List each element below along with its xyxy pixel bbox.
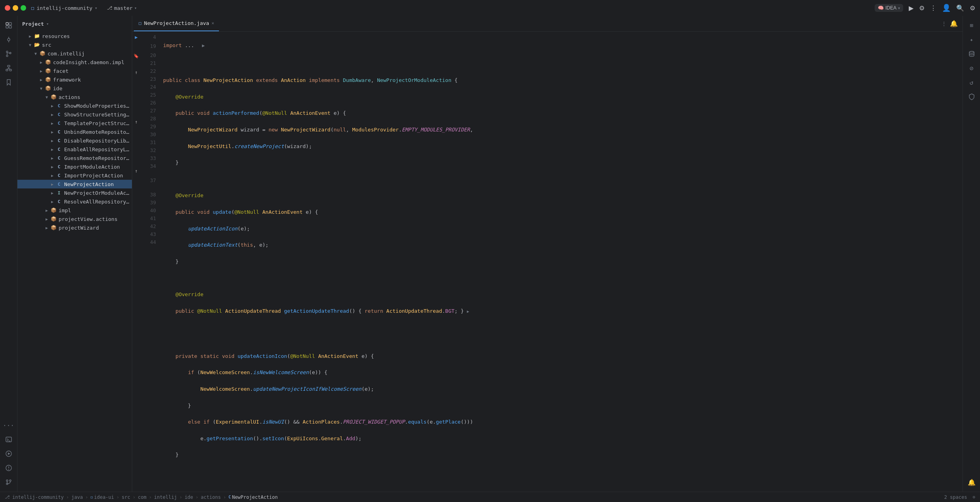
expand-actions-icon[interactable]: ▼ (44, 94, 50, 100)
expand-showstructure-icon[interactable]: ▶ (49, 111, 55, 118)
tree-item-projectview[interactable]: ▶ 📦 projectView.actions (17, 215, 132, 223)
class-icon: C (55, 120, 63, 127)
commit-icon[interactable] (2, 33, 15, 46)
problems-icon[interactable] (2, 462, 15, 474)
tree-item-framework[interactable]: ▶ 📦 framework (17, 75, 132, 84)
gutter-collapse-4[interactable]: ▶ (135, 33, 137, 42)
tree-item-importproject[interactable]: ▶ C ImportProjectAction (17, 171, 132, 180)
minimize-button[interactable] (13, 5, 18, 11)
expand-unbind-icon[interactable]: ▶ (49, 129, 55, 135)
structure-icon[interactable] (2, 62, 15, 74)
branch-selector[interactable]: ⎇ master ▾ (107, 5, 137, 11)
code-body[interactable]: import ... ▶ public class NewProjectActi… (160, 32, 959, 492)
project-selector[interactable]: ◻ intellij-community ▾ (31, 5, 97, 11)
search-button[interactable]: 🔍 (956, 4, 964, 12)
close-button[interactable] (5, 5, 10, 11)
expand-template-icon[interactable]: ▶ (49, 120, 55, 126)
gutter-override-34[interactable]: ↑ (135, 167, 137, 175)
tree-item-enable[interactable]: ▶ C EnableAllRepositoryLibraries (17, 145, 132, 154)
tree-item-unbind[interactable]: ▶ C UnbindRemoteRepositoryFor... (17, 127, 132, 136)
sidebar-tree: ▶ 📁 resources ▼ 📂 src ▼ 📦 com.intellij (17, 32, 132, 492)
scroll-indicator[interactable] (959, 32, 963, 492)
idea-button[interactable]: 🧠 IDEA ▾ (875, 4, 903, 12)
bookmarks-icon[interactable] (2, 76, 15, 89)
more-button[interactable]: ⋮ (930, 4, 936, 12)
expand-src-icon[interactable]: ▼ (27, 42, 33, 48)
expand-framework-icon[interactable]: ▶ (38, 76, 44, 83)
tree-item-projectwizard[interactable]: ▶ 📦 projectWizard (17, 223, 132, 232)
undo-icon[interactable]: ↺ (965, 76, 978, 89)
tab-close-icon[interactable]: ✕ (211, 21, 214, 26)
expand-projectwizard-icon[interactable]: ▶ (44, 224, 50, 231)
svg-rect-2 (6, 26, 8, 28)
settings-button[interactable]: ⚙ (919, 4, 925, 12)
expand-newproject-icon[interactable]: ▶ (49, 181, 55, 187)
expand-enable-icon[interactable]: ▶ (49, 146, 55, 152)
run-console-icon[interactable] (2, 447, 15, 460)
gutter-override-28[interactable]: ↑ (135, 118, 137, 126)
collapse-right-icon[interactable]: ⊞ (965, 19, 978, 32)
tree-item-com-intellij[interactable]: ▼ 📦 com.intellij (17, 49, 132, 58)
git-branches-icon[interactable] (2, 48, 15, 60)
expand-disable-icon[interactable]: ▶ (49, 137, 55, 144)
database-icon[interactable] (965, 48, 978, 60)
tree-item-ide[interactable]: ▼ 📦 ide (17, 84, 132, 93)
ai-assistant-icon[interactable]: ✦ (965, 33, 978, 46)
tree-item-codeinsight[interactable]: ▶ 📦 codeInsight.daemon.impl (17, 58, 132, 67)
tree-item-guess[interactable]: ▶ C GuessRemoteRepositoryForE... (17, 154, 132, 162)
preferences-button[interactable]: ⚙ (970, 4, 975, 12)
class2-icon: C (55, 154, 63, 162)
expand-newprojectmodule-icon[interactable]: ▶ (49, 190, 55, 196)
expand-importproject-icon[interactable]: ▶ (49, 172, 55, 179)
project-view-icon[interactable] (2, 19, 15, 32)
expand-codeinsight-icon[interactable]: ▶ (38, 59, 44, 65)
sidebar-header[interactable]: Project ▾ (17, 16, 132, 32)
tree-item-importmodule[interactable]: ▶ C ImportModuleAction (17, 162, 132, 171)
tab-more-icon[interactable]: ⋮ (941, 21, 947, 27)
tab-newprojectaction[interactable]: ◻ NewProjectAction.java ✕ (134, 16, 219, 31)
terminal-icon[interactable] (2, 433, 15, 446)
notification-tab-icon[interactable]: 🔔 (950, 20, 958, 27)
tree-item-template[interactable]: ▶ C TemplateProjectStructureAc... (17, 119, 132, 127)
tree-item-src[interactable]: ▼ 📂 src (17, 40, 132, 49)
notification-icon[interactable]: 🔔 (965, 476, 978, 489)
tree-item-facet[interactable]: ▶ 📦 facet (17, 67, 132, 75)
expand-projectview-icon[interactable]: ▶ (44, 216, 50, 222)
tree-item-disable[interactable]: ▶ C DisableRepositoryLibrariesSh... (17, 136, 132, 145)
tree-item-actions[interactable]: ▼ 📦 actions (17, 93, 132, 101)
tree-item-showmodule[interactable]: ▶ C ShowModulePropertiesActio... (17, 101, 132, 110)
tree-item-resolve[interactable]: ▶ C ResolveAllRepositoryLibrarie... (17, 197, 132, 206)
spaces-indicator[interactable]: 2 spaces (944, 494, 967, 500)
tree-item-impl[interactable]: ▶ 📦 impl (17, 206, 132, 215)
expand-showmodule-icon[interactable]: ▶ (49, 103, 55, 109)
tree-item-showstructure[interactable]: ▶ C ShowStructureSettingsActio... (17, 110, 132, 119)
svg-rect-12 (10, 69, 11, 71)
main-layout: ··· Project ▾ ▶ 📁 resources (0, 16, 980, 492)
git-icon-left[interactable] (2, 476, 15, 489)
expand-importmodule-icon[interactable]: ▶ (49, 164, 55, 170)
expand-resources-icon[interactable]: ▶ (27, 33, 33, 39)
line-fold-icon[interactable]: ▶ (467, 309, 469, 314)
breadcrumb-com: com (138, 494, 147, 500)
run-button[interactable]: ▶ (909, 4, 913, 12)
expand-guess-icon[interactable]: ▶ (49, 155, 55, 161)
tree-item-newproject[interactable]: ▶ C NewProjectAction (17, 180, 132, 188)
expand-facet-icon[interactable]: ▶ (38, 68, 44, 74)
svg-rect-0 (6, 23, 8, 25)
tree-item-newprojectmodule[interactable]: ▶ I NewProjectOrModuleAction (17, 188, 132, 197)
more-tools-icon[interactable]: ··· (2, 419, 15, 432)
gutter-override-22[interactable]: ↑ (135, 68, 137, 76)
tree-item-resources[interactable]: ▶ 📁 resources (17, 32, 132, 40)
expand-resolve-icon[interactable]: ▶ (49, 198, 55, 205)
expand-ide-icon[interactable]: ▼ (38, 85, 44, 91)
maximize-button[interactable] (21, 5, 26, 11)
no-access-icon[interactable]: ⊘ (965, 62, 978, 74)
package-icon: 📦 (44, 76, 51, 83)
security-icon[interactable] (965, 90, 978, 103)
breadcrumb-sep4: › (133, 494, 135, 500)
expand-impl-icon[interactable]: ▶ (44, 207, 50, 213)
expand-com-intellij-icon[interactable]: ▼ (32, 50, 39, 57)
folder-icon: 📁 (33, 32, 40, 40)
import-collapse-icon[interactable]: ▶ (200, 42, 206, 49)
profile-button[interactable]: 👤 (942, 4, 951, 12)
